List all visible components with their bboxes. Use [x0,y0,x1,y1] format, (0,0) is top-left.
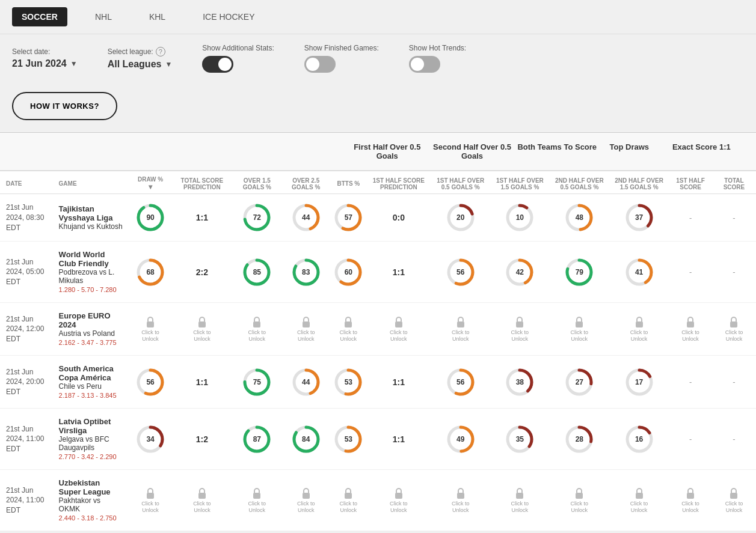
lock-cell[interactable]: Click to Unlock [552,316,607,343]
lock-cell[interactable]: Click to Unlock [552,487,607,514]
locked-cell-2[interactable]: Click to Unlock [233,470,281,531]
how-it-works-section: HOW IT WORKS? [0,82,756,132]
lock-cell[interactable]: Click to Unlock [369,487,428,514]
draw-cell: 90 [129,194,171,242]
locked-cell-9[interactable]: Click to Unlock [609,303,669,356]
locked-cell-6[interactable]: Click to Unlock [431,470,490,531]
locked-cell-11[interactable]: Click to Unlock [712,303,756,356]
half2-over15-cell: 41 [609,242,669,303]
total-score-val: - [712,194,756,242]
date-arrow-icon: ▼ [70,59,78,68]
half2-over15-cell: 17 [609,356,669,409]
additional-stats-toggle[interactable] [202,56,233,73]
date-cell: 21st Jun 2024, 11:00 EDT [0,470,53,531]
locked-cell-11[interactable]: Click to Unlock [712,470,756,531]
svg-rect-38 [457,321,464,327]
nav-nhl[interactable]: NHL [85,7,121,26]
total-score-cell: 1:1 [171,356,233,409]
lock-cell[interactable]: Click to Unlock [612,316,666,343]
lock-cell[interactable]: Click to Unlock [369,316,428,343]
hot-trends-label: Show Hot Trends: [409,44,466,52]
locked-cell-4[interactable]: Click to Unlock [330,470,366,531]
locked-cell-5[interactable]: Click to Unlock [366,470,431,531]
lock-cell[interactable]: Click to Unlock [671,316,710,343]
half-over15-cell: 35 [490,409,550,470]
lock-cell[interactable]: Click to Unlock [284,316,328,343]
league-info-icon: ? [156,47,165,56]
locked-cell-10[interactable]: Click to Unlock [669,303,712,356]
half-over15-cell: 38 [490,356,550,409]
svg-rect-42 [687,321,694,327]
hot-trends-toggle[interactable] [409,56,440,73]
lock-cell[interactable]: Click to Unlock [284,487,328,514]
lock-cell[interactable]: Click to Unlock [433,316,488,343]
league-picker[interactable]: All Leagues ▼ [108,59,173,70]
hot-trends-control: Show Hot Trends: [409,44,466,73]
lock-cell[interactable]: Click to Unlock [612,487,666,514]
league-control: Select league: ? All Leagues ▼ [108,47,173,70]
nav-soccer[interactable]: SOCCER [12,7,67,26]
lock-cell[interactable]: Click to Unlock [333,487,364,514]
locked-cell-2[interactable]: Click to Unlock [233,303,281,356]
lock-cell[interactable]: Click to Unlock [132,316,169,343]
lock-cell[interactable]: Click to Unlock [333,316,364,343]
nav-khl[interactable]: KHL [140,7,175,26]
btts-cell: 57 [330,194,366,242]
svg-rect-84 [576,493,583,499]
col-half2-over15: 2ND HALF OVER 1.5 GOALS % [609,171,669,194]
locked-cell-3[interactable]: Click to Unlock [281,303,330,356]
locked-cell-0[interactable]: Click to Unlock [129,470,171,531]
locked-cell-6[interactable]: Click to Unlock [431,303,490,356]
half-over05-cell: 56 [431,242,490,303]
game-cell: Latvia Optibet Virsliga Jelgava vs BFC D… [53,409,129,470]
table-row: 21st Jun 2024, 11:00 EDT Uzbekistan Supe… [0,470,756,531]
locked-cell-3[interactable]: Click to Unlock [281,470,330,531]
svg-rect-81 [395,493,402,499]
lock-cell[interactable]: Click to Unlock [235,487,279,514]
date-cell: 21st Jun 2024, 08:30 EDT [0,194,53,242]
stats-header-btts: Both Teams To Score [515,142,600,160]
finished-games-toggle[interactable] [304,56,336,73]
lock-cell[interactable]: Click to Unlock [493,316,547,343]
over15-cell: 87 [233,409,281,470]
locked-cell-1[interactable]: Click to Unlock [171,470,233,531]
lock-cell[interactable]: Click to Unlock [132,487,169,514]
locked-cell-0[interactable]: Click to Unlock [129,303,171,356]
locked-cell-8[interactable]: Click to Unlock [550,470,609,531]
locked-cell-4[interactable]: Click to Unlock [330,303,366,356]
locked-cell-10[interactable]: Click to Unlock [669,470,712,531]
lock-cell[interactable]: Click to Unlock [671,487,710,514]
league-arrow-icon: ▼ [165,60,172,69]
locked-cell-8[interactable]: Click to Unlock [550,303,609,356]
date-picker[interactable]: 21 Jun 2024 ▼ [12,58,78,69]
additional-stats-control: Show Additional Stats: [202,44,274,73]
lock-cell[interactable]: Click to Unlock [174,316,230,343]
locked-cell-9[interactable]: Click to Unlock [609,470,669,531]
lock-cell[interactable]: Click to Unlock [433,487,488,514]
nav-ice-hockey[interactable]: ICE HOCKEY [193,7,264,26]
how-it-works-button[interactable]: HOW IT WORKS? [12,92,117,120]
svg-rect-35 [303,321,310,327]
half2-over05-cell: 79 [550,242,609,303]
lock-cell[interactable]: Click to Unlock [174,487,230,514]
over25-cell: 44 [281,356,330,409]
btts-cell: 53 [330,409,366,470]
over25-cell: 44 [281,194,330,242]
lock-cell[interactable]: Click to Unlock [235,316,279,343]
svg-rect-80 [345,493,352,499]
half1-score-val: - [669,356,712,409]
total-score-val: - [712,409,756,470]
lock-cell[interactable]: Click to Unlock [715,487,754,514]
locked-cell-1[interactable]: Click to Unlock [171,303,233,356]
table-row: 21st Jun 2024, 20:00 EDT South America C… [0,356,756,409]
col-half-score: 1ST HALF SCORE PREDICTION [366,171,431,194]
locked-cell-7[interactable]: Click to Unlock [490,470,550,531]
svg-rect-37 [395,321,402,327]
col-over25: OVER 2.5 GOALS % [281,171,330,194]
locked-cell-5[interactable]: Click to Unlock [366,303,431,356]
lock-cell[interactable]: Click to Unlock [715,316,754,343]
lock-cell[interactable]: Click to Unlock [493,487,547,514]
btts-cell: 60 [330,242,366,303]
locked-cell-7[interactable]: Click to Unlock [490,303,550,356]
stats-header-top-draws: Top Draws [600,142,659,160]
